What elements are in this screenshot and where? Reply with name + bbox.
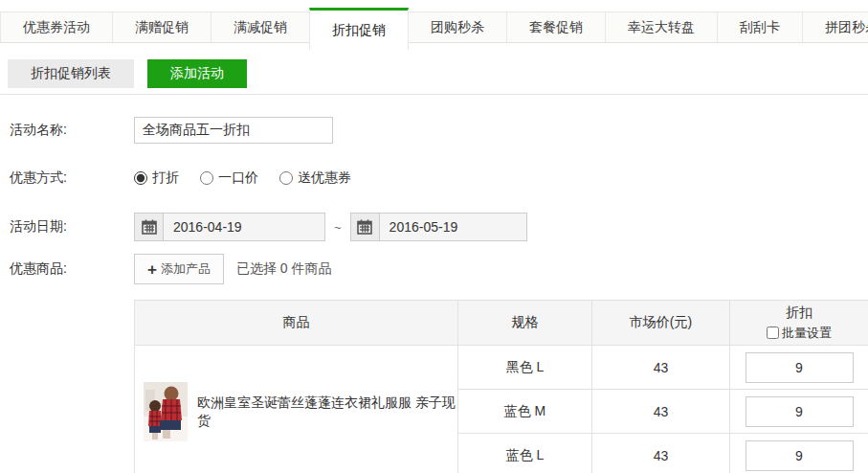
- add-activity-button[interactable]: 添加活动: [147, 59, 247, 88]
- activity-name-input[interactable]: [134, 117, 333, 144]
- selected-count-text: 已选择 0 件商品: [236, 260, 332, 278]
- col-header-price: 市场价(元): [592, 301, 730, 346]
- end-date-field[interactable]: 2016-05-19: [350, 213, 527, 241]
- activity-date-row: 活动日期: 2016-04-19 ~: [10, 213, 868, 241]
- table-row: 欧洲皇室圣诞蕾丝蓬蓬连衣裙礼服服 亲子现货 黑色 L 43: [135, 346, 868, 390]
- price-cell: 43: [592, 390, 730, 434]
- col-header-discount: 折扣 批量设置: [730, 301, 868, 346]
- col-header-product: 商品: [135, 301, 458, 346]
- radio-send-coupon[interactable]: [279, 171, 293, 185]
- tab-discount-promo[interactable]: 折扣促销: [309, 8, 409, 50]
- discount-input[interactable]: [746, 352, 854, 383]
- discount-input[interactable]: [746, 440, 854, 471]
- plus-icon: +: [147, 261, 157, 278]
- end-date-value[interactable]: 2016-05-19: [380, 214, 458, 240]
- tab-scratch-card[interactable]: 刮刮卡: [717, 11, 803, 42]
- add-product-button[interactable]: + 添加产品: [134, 254, 224, 284]
- spec-cell: 黑色 L: [458, 346, 592, 390]
- price-cell: 43: [592, 434, 730, 473]
- discount-cell: [730, 390, 868, 434]
- calendar-icon: [357, 219, 372, 235]
- discount-cell: [730, 346, 868, 390]
- section-divider: [0, 94, 868, 95]
- radio-option-fixed-price-label: 一口价: [218, 169, 258, 187]
- radio-option-discount[interactable]: 打折: [134, 169, 179, 187]
- discount-input[interactable]: [746, 396, 854, 427]
- tab-coupon-activity[interactable]: 优惠券活动: [0, 11, 113, 42]
- tab-lucky-wheel[interactable]: 幸运大转盘: [605, 11, 718, 42]
- radio-option-discount-label: 打折: [152, 169, 179, 187]
- calendar-icon: [142, 219, 157, 235]
- product-cell: 欧洲皇室圣诞蕾丝蓬蓬连衣裙礼服服 亲子现货: [135, 346, 458, 473]
- discount-method-label: 优惠方式:: [10, 169, 134, 187]
- tab-pintuan-seckill[interactable]: 拼团秒杀: [802, 11, 868, 42]
- discount-products-table: 商品 规格 市场价(元) 折扣 批量设置: [134, 300, 868, 473]
- price-cell: 43: [592, 346, 730, 390]
- activity-date-label: 活动日期:: [10, 218, 134, 236]
- table-header-row: 商品 规格 市场价(元) 折扣 批量设置: [135, 301, 868, 346]
- discount-cell: [730, 434, 868, 473]
- radio-fixed-price[interactable]: [200, 171, 213, 185]
- start-date-field[interactable]: 2016-04-19: [134, 213, 325, 241]
- end-date-icon-box[interactable]: [351, 214, 380, 240]
- col-header-spec: 规格: [458, 301, 592, 346]
- activity-name-row: 活动名称:: [10, 117, 868, 144]
- discount-header-title: 折扣: [730, 304, 868, 322]
- activity-form: 活动名称: 优惠方式: 打折 一口价 送优惠券 活动日期:: [0, 117, 868, 284]
- promo-products-label: 优惠商品:: [10, 260, 134, 278]
- spec-cell: 蓝色 M: [458, 390, 592, 434]
- activity-name-label: 活动名称:: [10, 122, 134, 139]
- product-title: 欧洲皇室圣诞蕾丝蓬蓬连衣裙礼服服 亲子现货: [197, 394, 457, 428]
- batch-set-label: 批量设置: [782, 325, 832, 342]
- start-date-icon-box[interactable]: [135, 214, 164, 240]
- spec-cell: 蓝色 L: [458, 434, 592, 473]
- radio-option-fixed-price[interactable]: 一口价: [200, 169, 258, 187]
- date-range-separator: ~: [334, 220, 342, 235]
- batch-set-checkbox[interactable]: [767, 327, 779, 339]
- tab-full-gift-promo[interactable]: 满赠促销: [112, 11, 211, 42]
- radio-option-send-coupon-label: 送优惠券: [298, 169, 351, 187]
- product-image: [144, 382, 188, 441]
- promotion-tabbar: 优惠券活动 满赠促销 满减促销 折扣促销 团购秒杀 套餐促销 幸运大转盘 刮刮卡…: [0, 11, 868, 43]
- radio-option-send-coupon[interactable]: 送优惠券: [279, 169, 351, 187]
- add-product-button-label: 添加产品: [161, 260, 211, 278]
- promo-products-row: 优惠商品: + 添加产品 已选择 0 件商品: [10, 254, 868, 284]
- start-date-value[interactable]: 2016-04-19: [164, 214, 242, 240]
- discount-list-button[interactable]: 折扣促销列表: [8, 59, 134, 88]
- tab-full-reduction-promo[interactable]: 满减促销: [211, 11, 310, 42]
- subnav: 折扣促销列表 添加活动: [8, 59, 868, 88]
- tab-group-seckill[interactable]: 团购秒杀: [408, 11, 507, 42]
- radio-discount[interactable]: [134, 171, 147, 185]
- discount-method-row: 优惠方式: 打折 一口价 送优惠券: [10, 169, 868, 187]
- tab-package-promo[interactable]: 套餐促销: [506, 11, 606, 42]
